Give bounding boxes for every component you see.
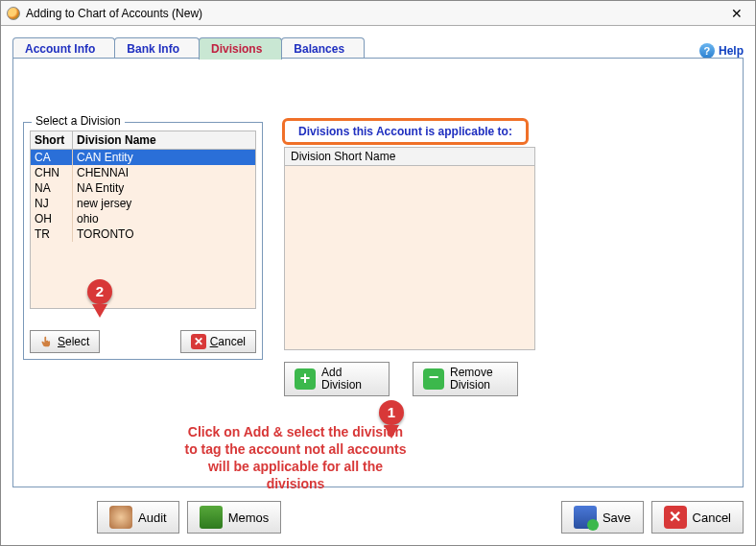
division-table[interactable]: Short Division Name CA CAN Entity CHN CH… (30, 131, 256, 309)
minus-icon: − (423, 368, 444, 390)
select-division-legend: Select a Division (32, 114, 125, 128)
audit-label: Audit (138, 510, 167, 525)
window-title: Adding to Chart of Accounts (New) (26, 7, 724, 20)
table-row[interactable]: NA NA Entity (31, 180, 255, 196)
tab-bank-info[interactable]: Bank Info (114, 37, 200, 59)
applicable-col-header: Division Short Name (285, 148, 534, 166)
applicable-divisions-list[interactable]: Division Short Name (284, 147, 535, 350)
table-row[interactable]: NJ new jersey (31, 196, 255, 211)
table-row[interactable]: OH ohio (31, 211, 255, 226)
select-button[interactable]: Select (30, 330, 100, 353)
cancel-icon: ✕ (191, 334, 206, 349)
cancel-icon: ✕ (664, 506, 687, 529)
annotation-text: Click on Add & select the division to ta… (180, 423, 411, 492)
select-button-label: Select (58, 335, 89, 348)
select-division-panel: Select a Division Short Division Name CA… (23, 122, 263, 360)
memos-icon (200, 506, 223, 529)
col-short-header: Short (31, 131, 73, 149)
add-division-button[interactable]: + AddDivision (284, 362, 390, 396)
remove-division-label: RemoveDivision (450, 367, 493, 392)
annotation-pin-2: 2 (87, 279, 112, 318)
tab-balances[interactable]: Balances (281, 37, 365, 59)
table-row[interactable]: TR TORONTO (31, 226, 255, 242)
tab-content-frame: Select a Division Short Division Name CA… (12, 58, 744, 487)
save-label: Save (602, 510, 631, 525)
audit-button[interactable]: Audit (97, 501, 179, 534)
division-table-header: Short Division Name (31, 131, 255, 150)
app-icon (7, 7, 20, 20)
save-icon (574, 506, 597, 529)
annotation-pin-1: 1 (379, 400, 404, 439)
table-row[interactable]: CHN CHENNAI (31, 165, 255, 180)
window-titlebar: Adding to Chart of Accounts (New) ✕ (1, 1, 755, 26)
col-name-header: Division Name (73, 131, 255, 149)
tab-divisions[interactable]: Divisions (199, 37, 282, 59)
tab-row: Account Info Bank Info Divisions Balance… (12, 34, 744, 59)
cancel-select-button[interactable]: ✕ Cancel (180, 330, 256, 353)
plus-icon: + (295, 368, 316, 390)
help-icon: ? (699, 43, 715, 59)
cancel-select-label: Cancel (210, 335, 246, 348)
help-link[interactable]: ? Help (699, 43, 744, 59)
memos-label: Memos (228, 510, 270, 525)
tab-account-info[interactable]: Account Info (12, 37, 115, 59)
audit-icon (109, 506, 132, 529)
table-row[interactable]: CA CAN Entity (31, 150, 255, 165)
cancel-label: Cancel (693, 510, 731, 525)
help-label: Help (719, 44, 744, 58)
remove-division-button[interactable]: − RemoveDivision (413, 362, 518, 396)
applicable-heading: Divisions this Account is applicable to: (282, 118, 529, 145)
add-division-label: AddDivision (321, 367, 362, 392)
cancel-button[interactable]: ✕ Cancel (651, 501, 744, 534)
save-button[interactable]: Save (561, 501, 644, 534)
pointer-icon (40, 335, 54, 348)
memos-button[interactable]: Memos (187, 501, 282, 534)
close-icon[interactable]: ✕ (724, 6, 749, 21)
bottom-toolbar: Audit Memos Save ✕ Cancel (12, 501, 744, 534)
